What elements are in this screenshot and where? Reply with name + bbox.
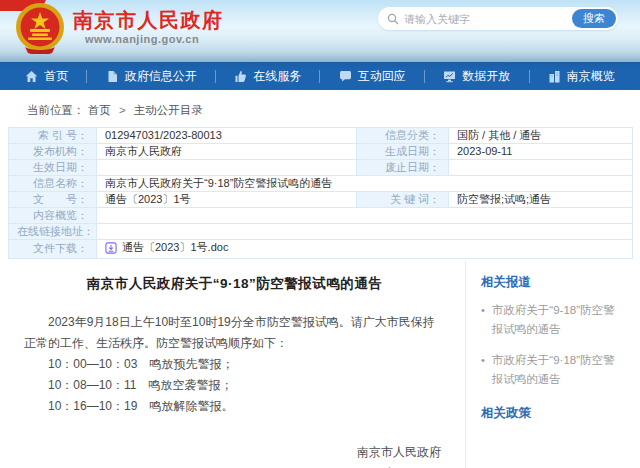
table-row: 内容概览： [9,208,633,224]
site-title: 南京市人民政府 [73,7,224,34]
nav-divider [529,70,530,83]
nav-item-label: 在线服务 [253,68,301,85]
docno-value: 通告〔2023〕1号 [97,192,357,208]
nav-item-label: 首页 [44,68,68,85]
main-nav: 首页 政府信息公开 在线服务 互动回应 数据开放 [0,62,640,90]
keywords-value: 防空警报;试鸣;通告 [449,192,633,208]
breadcrumb: 当前位置： 首页 > 主动公开目录 [0,90,640,127]
table-row: 文 号： 通告〔2023〕1号 关 键 词： 防空警报;试鸣;通告 [9,192,633,208]
nav-item-online-services[interactable]: 在线服务 [234,68,301,85]
effective-label: 生效日期： [9,160,97,176]
table-row: 文件下载： 通告〔2023〕1号.doc [9,240,633,259]
nav-item-gov-info[interactable]: 政府信息公开 [106,68,197,85]
nav-divider [319,70,320,83]
search-button[interactable]: 搜索 [572,9,616,28]
nav-divider [215,70,216,83]
related-news-list: • 市政府关于“9-18”防空警报试鸣的通告 • 市政府关于“9·18”防空警报… [481,301,624,389]
national-emblem-logo [13,2,67,54]
summary-label: 内容概览： [9,208,97,224]
search-icon [387,13,399,25]
site-url: www.nanjing.gov.cn [85,33,199,45]
chat-icon [339,70,352,83]
name-label: 信息名称： [9,176,97,192]
search-input[interactable] [404,13,572,25]
table-row: 索 引 号： 012947031/2023-80013 信息分类： 国防 / 其… [9,128,633,144]
building-icon [548,70,561,83]
nav-item-label: 南京概览 [567,68,615,85]
nav-item-home[interactable]: 首页 [25,68,68,85]
publisher-label: 发布机构： [9,144,97,160]
name-value: 南京市人民政府关于“9·18”防空警报试鸣的通告 [97,176,633,192]
related-news-link: 市政府关于“9-18”防空警报试鸣的通告 [492,301,624,339]
document-meta-table: 索 引 号： 012947031/2023-80013 信息分类： 国防 / 其… [8,127,633,259]
schedule-line: 10：08—10：11 鸣放空袭警报； [24,375,445,396]
index-label: 索 引 号： [9,128,97,144]
download-icon [105,242,117,254]
table-row: 发布机构： 南京市人民政府 生成日期： 2023-09-11 [9,144,633,160]
category-value: 国防 / 其他 / 通告 [449,128,633,144]
related-policy-heading: 相关政策 [481,405,624,422]
list-item[interactable]: • 市政府关于“9-18”防空警报试鸣的通告 [481,301,624,339]
bullet-icon: • [481,351,485,389]
table-row: 生效日期： 废止日期： [9,160,633,176]
repeal-value [449,160,633,176]
nav-item-label: 数据开放 [462,68,510,85]
data-monitor-icon [443,70,456,83]
created-value: 2023-09-11 [449,144,633,160]
summary-value [97,208,633,224]
download-label: 文件下载： [9,240,97,259]
table-row: 在线链接地址： [9,224,633,240]
keywords-label: 关 键 词： [357,192,449,208]
signature-org: 南京市人民政府 [24,442,441,463]
nav-item-open-data[interactable]: 数据开放 [443,68,510,85]
weblink-value [97,224,633,240]
bullet-icon: • [481,301,485,339]
nav-divider [424,70,425,83]
table-row: 信息名称： 南京市人民政府关于“9·18”防空警报试鸣的通告 [9,176,633,192]
breadcrumb-separator: > [119,104,126,116]
publisher-value: 南京市人民政府 [97,144,357,160]
file-download-link[interactable]: 通告〔2023〕1号.doc [105,241,228,254]
index-value: 012947031/2023-80013 [97,128,357,144]
article: 南京市人民政府关于“9·18”防空警报试鸣的通告 2023年9月18日上午10时… [8,261,466,468]
related-news-link: 市政府关于“9·18”防空警报试鸣的通告 [492,351,624,389]
related-sidebar: 相关报道 • 市政府关于“9-18”防空警报试鸣的通告 • 市政府关于“9·18… [466,261,632,468]
schedule-line: 10：00—10：03 鸣放预先警报； [24,354,445,375]
nav-item-label: 政府信息公开 [125,68,197,85]
schedule-line: 10：16—10：19 鸣放解除警报。 [24,396,445,417]
category-label: 信息分类： [357,128,449,144]
nav-item-interaction[interactable]: 互动回应 [339,68,406,85]
weblink-label: 在线链接地址： [9,224,97,240]
file-download-name: 通告〔2023〕1号.doc [122,241,228,254]
search-box: 搜索 [378,7,618,30]
article-paragraph: 2023年9月18日上午10时至10时19分全市防空警报试鸣。请广大市民保持正常… [24,312,445,354]
site-header: 南京市人民政府 www.nanjing.gov.cn 搜索 [0,0,640,62]
nav-divider [86,70,87,83]
repeal-label: 废止日期： [357,160,449,176]
document-icon [106,70,119,83]
signature-block: 南京市人民政府 2023年9月11日 [24,442,445,468]
breadcrumb-current: 主动公开目录 [134,104,203,116]
signature-date: 2023年9月11日 [24,463,441,468]
related-news-heading: 相关报道 [481,274,624,291]
breadcrumb-home-link[interactable]: 首页 [88,104,111,116]
nav-item-overview[interactable]: 南京概览 [548,68,615,85]
effective-value [97,160,357,176]
breadcrumb-prefix: 当前位置： [27,104,85,116]
home-icon [25,70,38,83]
list-item[interactable]: • 市政府关于“9·18”防空警报试鸣的通告 [481,351,624,389]
docno-label: 文 号： [9,192,97,208]
content-area: 南京市人民政府关于“9·18”防空警报试鸣的通告 2023年9月18日上午10时… [8,261,632,468]
page: 南京市人民政府 www.nanjing.gov.cn 搜索 首页 政府信息公开 [0,0,640,468]
created-label: 生成日期： [357,144,449,160]
nav-item-label: 互动回应 [358,68,406,85]
thumbs-up-icon [234,70,247,83]
article-title: 南京市人民政府关于“9·18”防空警报试鸣的通告 [24,275,445,293]
